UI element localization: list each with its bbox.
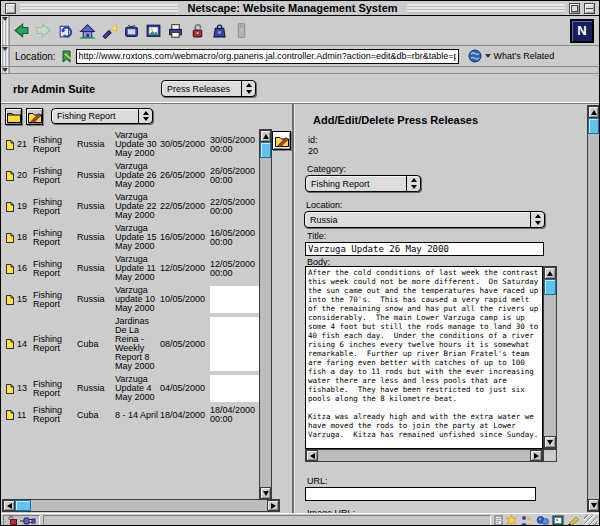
whats-related[interactable]: What's Related bbox=[468, 49, 555, 63]
scroll-up-button[interactable] bbox=[588, 106, 599, 118]
connection-plug-icon[interactable] bbox=[20, 517, 36, 525]
item-id: 11 bbox=[17, 411, 33, 420]
list-vertical-scrollbar[interactable] bbox=[259, 129, 272, 500]
scrollbar-track[interactable] bbox=[31, 500, 267, 511]
globe-icon bbox=[468, 49, 482, 63]
scrollbar-thumb[interactable] bbox=[588, 118, 599, 134]
scroll-left-button[interactable] bbox=[306, 450, 318, 461]
location-collapse-tab[interactable] bbox=[1, 46, 10, 66]
form-frame: Add/Edit/Delete Press Releases id: 20 Ca… bbox=[294, 104, 600, 513]
my-netscape-button[interactable] bbox=[120, 18, 142, 44]
globes-icon[interactable] bbox=[536, 515, 549, 526]
item-title: Varzuga Update 4 May 2000 bbox=[115, 375, 160, 402]
scroll-down-button[interactable] bbox=[260, 487, 271, 499]
list-item[interactable]: 14Fishing ReportCubaJardinas De La Reina… bbox=[3, 315, 259, 373]
task-doc-icon[interactable] bbox=[494, 515, 503, 526]
list-item[interactable]: 11Fishing ReportCuba8 - 14 April18/04/20… bbox=[3, 404, 259, 426]
table-select-value: Press Releases bbox=[167, 84, 241, 94]
composer-pencil-icon[interactable] bbox=[567, 515, 581, 526]
personal-collapse-tab[interactable] bbox=[1, 67, 10, 73]
item-date: 08/05/2000 bbox=[160, 340, 210, 349]
item-title: Varzuga Update 11 May 2000 bbox=[115, 255, 160, 282]
scroll-right-button[interactable] bbox=[530, 450, 542, 461]
body-horizontal-scrollbar[interactable] bbox=[305, 449, 543, 462]
collapse-button[interactable] bbox=[584, 3, 595, 14]
people-icon[interactable] bbox=[520, 515, 533, 526]
picture-frame-icon[interactable] bbox=[552, 515, 564, 526]
scrollbar-track[interactable] bbox=[588, 134, 599, 499]
list-item[interactable]: 19Fishing ReportRussiaVarzuga Update 22 … bbox=[3, 191, 259, 222]
scrollbar-thumb[interactable] bbox=[260, 142, 271, 158]
scrollbar-track[interactable] bbox=[544, 295, 556, 436]
list-item[interactable]: 15Fishing ReportRussiaVarzuga update 10 … bbox=[3, 284, 259, 315]
list-item[interactable]: 20Fishing ReportRussiaVarzuga Update 26 … bbox=[3, 160, 259, 191]
reload-button[interactable] bbox=[54, 18, 76, 44]
list-horizontal-scrollbar[interactable] bbox=[2, 499, 280, 512]
doc-icon bbox=[3, 384, 17, 394]
close-button[interactable] bbox=[5, 3, 16, 14]
security-lock-icon[interactable] bbox=[7, 516, 17, 525]
resize-grip[interactable] bbox=[584, 515, 597, 526]
burst-icon[interactable] bbox=[506, 515, 517, 526]
list-item[interactable]: 18Fishing ReportRussiaVarzuga Update 15 … bbox=[3, 222, 259, 253]
scroll-up-button[interactable] bbox=[260, 130, 271, 142]
item-published bbox=[210, 286, 259, 313]
scrollbar-track[interactable] bbox=[260, 158, 271, 487]
forward-button[interactable] bbox=[32, 18, 54, 44]
item-title: 8 - 14 April bbox=[115, 411, 160, 420]
item-title: Varzuga Update 26 May 2000 bbox=[115, 162, 160, 189]
search-button[interactable] bbox=[98, 18, 120, 44]
doc-icon bbox=[3, 171, 17, 181]
location-input[interactable] bbox=[76, 49, 459, 64]
back-button[interactable] bbox=[10, 18, 32, 44]
form-vertical-scrollbar[interactable] bbox=[587, 105, 600, 512]
stop-button[interactable] bbox=[230, 18, 252, 44]
navigation-toolbar: N bbox=[1, 16, 599, 46]
title-label: Title: bbox=[307, 231, 326, 241]
zoom-button[interactable] bbox=[569, 3, 580, 14]
home-button[interactable] bbox=[76, 18, 98, 44]
body-input[interactable]: After the cold conditions of last week t… bbox=[305, 266, 543, 449]
item-id: 14 bbox=[17, 340, 33, 349]
toolbar-collapse-tab[interactable] bbox=[1, 16, 10, 45]
folder-button[interactable] bbox=[5, 108, 22, 125]
folder-edit-button[interactable] bbox=[26, 108, 43, 125]
print-button[interactable] bbox=[164, 18, 186, 44]
location-toolbar: Location: What's Related bbox=[1, 46, 599, 67]
list-item[interactable]: 16Fishing ReportRussiaVarzuga Update 11 … bbox=[3, 253, 259, 284]
category-select[interactable]: Fishing Report bbox=[305, 175, 421, 192]
title-input[interactable] bbox=[305, 242, 544, 256]
table-select[interactable]: Press Releases bbox=[161, 80, 256, 97]
images-button[interactable] bbox=[142, 18, 164, 44]
bookmark-icon[interactable] bbox=[60, 50, 73, 63]
item-location: Russia bbox=[77, 384, 115, 393]
url-input[interactable] bbox=[305, 487, 536, 501]
scroll-down-button[interactable] bbox=[588, 499, 599, 511]
item-id: 21 bbox=[17, 140, 33, 149]
body-vertical-scrollbar[interactable] bbox=[543, 266, 557, 449]
whats-related-label: What's Related bbox=[494, 51, 555, 61]
shop-button[interactable] bbox=[208, 18, 230, 44]
scroll-up-button[interactable] bbox=[544, 267, 556, 279]
item-date: 26/05/2000 bbox=[160, 171, 210, 180]
security-button[interactable] bbox=[186, 18, 208, 44]
scroll-left-button[interactable] bbox=[3, 500, 15, 511]
list-item[interactable]: 13Fishing ReportRussiaVarzuga Update 4 M… bbox=[3, 373, 259, 404]
item-date: 30/05/2000 bbox=[160, 140, 210, 149]
edit-record-button[interactable] bbox=[272, 131, 291, 150]
scrollbar-thumb[interactable] bbox=[15, 500, 31, 511]
list-item[interactable]: 21Fishing ReportRussiaVarzuga Update 30 … bbox=[3, 129, 259, 160]
title-bar[interactable]: Netscape: Website Management System bbox=[1, 1, 599, 16]
category-filter-select[interactable]: Fishing Report bbox=[51, 108, 153, 124]
doc-icon bbox=[3, 410, 17, 420]
scroll-right-button[interactable] bbox=[267, 500, 279, 511]
item-published: 30/05/2000 00:00 bbox=[210, 136, 259, 154]
scrollbar-track[interactable] bbox=[318, 450, 530, 461]
item-category: Fishing Report bbox=[33, 198, 77, 216]
scrollbar-thumb[interactable] bbox=[544, 279, 556, 295]
status-message-area bbox=[43, 515, 491, 526]
location-select[interactable]: Russia bbox=[304, 211, 545, 228]
scroll-down-button[interactable] bbox=[544, 436, 556, 448]
item-location: Russia bbox=[77, 233, 115, 242]
netscape-logo[interactable]: N bbox=[570, 19, 594, 43]
